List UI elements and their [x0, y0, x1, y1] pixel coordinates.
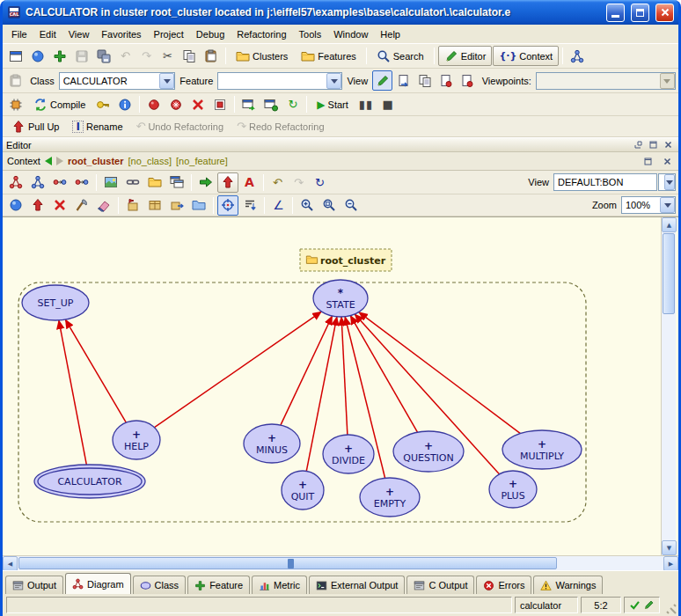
refresh-diagram-button[interactable]: ↻ — [310, 172, 330, 193]
tab-output[interactable]: Output — [5, 576, 63, 594]
class-node-set_up[interactable]: SET_UP — [22, 285, 89, 320]
ignore-breakpoints-button[interactable]: ↻ — [282, 94, 303, 114]
diagram-undo-button[interactable]: ↶ — [267, 172, 288, 193]
search-button[interactable]: Search — [370, 46, 430, 66]
close-button[interactable] — [655, 4, 674, 22]
cluster-legend-button[interactable] — [188, 195, 209, 216]
add-cluster-button[interactable] — [144, 195, 165, 216]
inheritance-edge-help-to-set_up[interactable] — [65, 319, 126, 422]
menu-help[interactable]: Help — [374, 26, 406, 43]
menu-window[interactable]: Window — [327, 26, 374, 43]
new-window-button[interactable] — [5, 46, 26, 66]
view-interface-button[interactable] — [458, 70, 478, 91]
save-all-button[interactable] — [93, 46, 114, 66]
drop-class-button[interactable] — [5, 70, 26, 91]
diagram-canvas[interactable]: root_cluster SET_UP*STATE+HELPCALCULATOR… — [3, 217, 661, 556]
open-cluster-button[interactable] — [144, 172, 165, 193]
view-contract-button[interactable] — [436, 70, 456, 91]
stop-button[interactable]: ■ — [377, 94, 398, 114]
scroll-right-button[interactable]: ▶ — [663, 556, 678, 571]
features-button[interactable]: Features — [295, 46, 362, 66]
zoom-combobox[interactable]: 100% — [621, 196, 676, 214]
scroll-up-button[interactable]: ▲ — [662, 217, 677, 232]
project-info-button[interactable] — [114, 94, 135, 114]
class-diagram-button[interactable] — [5, 172, 26, 193]
link-cluster-button[interactable] — [166, 195, 187, 216]
redo-button[interactable]: ↷ — [136, 46, 157, 66]
compile-button[interactable]: Compile — [27, 94, 92, 114]
eraser-button[interactable] — [93, 195, 114, 216]
vertical-scroll-thumb[interactable] — [663, 233, 675, 314]
class-node-multiply[interactable]: +MULTIPLY — [502, 430, 582, 469]
cluster-diagram-button[interactable] — [27, 172, 48, 193]
label-tool-button[interactable]: A — [239, 172, 260, 193]
view-flat-button[interactable] — [393, 70, 414, 91]
maximize-button[interactable] — [631, 4, 649, 22]
cluster-label[interactable]: root_cluster — [300, 249, 392, 271]
create-class-button[interactable] — [5, 195, 26, 216]
menu-favorites[interactable]: Favorites — [95, 26, 147, 43]
editor-toggle-button[interactable]: Editor — [438, 46, 493, 66]
save-button[interactable] — [71, 46, 92, 66]
viewpoints-combobox[interactable] — [536, 72, 676, 90]
feature-combobox[interactable] — [217, 72, 342, 90]
export-png-button[interactable] — [100, 172, 121, 193]
class-node-calculator[interactable]: CALCULATOR — [34, 465, 145, 498]
menu-debug[interactable]: Debug — [190, 26, 231, 43]
class-combobox-arrow-icon[interactable] — [159, 73, 174, 89]
class-node-minus[interactable]: +MINUS — [244, 424, 300, 463]
pull-up-button[interactable]: Pull Up — [5, 116, 65, 136]
vertical-scrollbar[interactable]: ▲ ▼ — [661, 217, 676, 555]
context-toggle-button[interactable]: {·}Context — [493, 46, 559, 66]
class-node-help[interactable]: +HELP — [113, 421, 160, 459]
menu-edit[interactable]: Edit — [33, 26, 62, 43]
tab-errors[interactable]: Errors — [476, 576, 531, 594]
center-diagram-button[interactable] — [217, 195, 238, 216]
minimize-button[interactable] — [606, 4, 625, 22]
view-editor-button[interactable] — [372, 70, 392, 91]
title-bar[interactable]: CAL CALCULATOR in cluster root_cluster l… — [3, 0, 678, 25]
settings-button[interactable] — [5, 94, 26, 114]
history-forward-button[interactable] — [56, 157, 63, 165]
inheritance-edge-minus-to-state[interactable] — [281, 316, 333, 425]
layout-sort-button[interactable] — [239, 195, 260, 216]
context-cluster[interactable]: root_cluster — [68, 156, 124, 166]
precompile-button[interactable] — [209, 94, 231, 114]
inheritance-edge-calculator-to-set_up[interactable] — [59, 320, 87, 465]
zoom-in-button[interactable] — [297, 195, 318, 216]
view-options-dropdown[interactable] — [658, 173, 676, 191]
inheritance-link-button[interactable] — [49, 172, 70, 193]
history-back-button[interactable] — [45, 157, 52, 165]
clusters-button[interactable]: Clusters — [230, 46, 294, 66]
scroll-down-button[interactable]: ▼ — [662, 540, 677, 555]
class-node-quit[interactable]: +QUIT — [282, 471, 324, 510]
cut-button[interactable]: ✂ — [157, 46, 178, 66]
context-close-button[interactable] — [661, 156, 674, 167]
feature-combobox-arrow-icon[interactable] — [326, 73, 341, 89]
window-layout-button[interactable] — [166, 172, 187, 193]
undo-refactoring-button[interactable]: ↶Undo Refactoring — [130, 116, 231, 136]
go-to-button[interactable] — [195, 172, 216, 193]
inheritance-edge-divide-to-state[interactable] — [341, 317, 348, 435]
zoom-out-button[interactable] — [340, 195, 362, 216]
compile-options-button[interactable] — [92, 94, 114, 114]
tab-metric[interactable]: Metric — [252, 576, 307, 594]
tab-class[interactable]: Class — [133, 576, 187, 594]
rename-button[interactable]: IRename — [66, 116, 128, 136]
redo-refactoring-button[interactable]: ↷Redo Refactoring — [231, 116, 331, 136]
close-panel-button[interactable] — [662, 139, 675, 150]
class-node-question[interactable]: +QUESTION — [393, 431, 464, 472]
copy-button[interactable] — [179, 46, 200, 66]
menu-view[interactable]: View — [62, 26, 96, 43]
client-link-button[interactable] — [71, 172, 92, 193]
open-project-button[interactable] — [27, 46, 48, 66]
class-node-plus[interactable]: +PLUS — [489, 471, 537, 508]
resize-grip[interactable] — [663, 600, 677, 614]
class-node-empty[interactable]: +EMPTY — [360, 478, 420, 517]
tab-external-output[interactable]: External Output — [309, 576, 405, 594]
menu-refactoring[interactable]: Refactoring — [231, 26, 292, 43]
maximize-panel-button[interactable] — [647, 139, 660, 150]
diagram-redo-button[interactable]: ↷ — [289, 172, 309, 193]
menu-tools[interactable]: Tools — [293, 26, 328, 43]
inheritance-edge-question-to-state[interactable] — [350, 316, 417, 433]
